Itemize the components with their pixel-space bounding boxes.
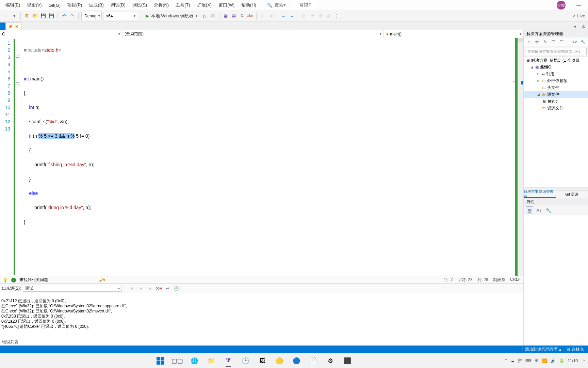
menu-item-tools[interactable]: 工具(T) — [173, 1, 193, 10]
se-project-node[interactable]: ◢▦翁恺C — [524, 64, 588, 71]
vertical-scrollbar[interactable] — [517, 38, 523, 276]
taskbar-start-icon[interactable] — [153, 354, 167, 368]
fold-column[interactable]: − − — [15, 38, 20, 276]
start-debug-button[interactable]: ▶ 本地 Windows 调试器 ▾ — [143, 13, 200, 19]
tray-battery-icon[interactable]: 🔋 — [559, 358, 564, 363]
status-tabs[interactable]: 制表符 — [493, 277, 505, 283]
taskbar-edge-icon[interactable]: 🌐 — [187, 354, 201, 368]
menu-item-view[interactable]: 视图(V) — [24, 1, 44, 10]
se-source-node[interactable]: ◢🗁源文件 — [524, 91, 588, 98]
bmk-clear-icon[interactable]: ⯑ — [325, 13, 332, 19]
tray-keyboard-icon[interactable]: ⌨ — [525, 358, 531, 363]
se-pen-icon[interactable]: ✎ — [542, 39, 548, 45]
configuration-combo[interactable]: Debug — [81, 12, 102, 20]
lightbulb-icon[interactable]: 💡 — [3, 278, 8, 282]
open-icon[interactable]: 📂 — [32, 13, 38, 19]
menu-item-project[interactable]: 项目(P) — [65, 1, 85, 10]
tray-date[interactable]: 11/10 — [568, 358, 578, 363]
output-find-icon[interactable]: ≡ — [129, 285, 135, 292]
menu-item-test[interactable]: 测试(S) — [130, 1, 150, 10]
menu-item-ext[interactable]: 扩展(X) — [194, 1, 214, 10]
redo-icon[interactable]: ↷ — [69, 13, 76, 19]
nav-member-combo[interactable]: ◈main() — [384, 30, 523, 38]
uncomment-icon[interactable]: ≡ — [288, 13, 295, 19]
indent-icon[interactable]: ⇥ — [267, 13, 274, 19]
output-source-combo[interactable]: 调试 — [23, 285, 121, 292]
brush-icon[interactable]: 🖌▾ — [99, 278, 105, 282]
grid-icon[interactable]: ▦ — [222, 13, 229, 19]
back-icon[interactable]: ◦ — [3, 13, 10, 19]
nav-scope-combo[interactable]: (全局范围) — [122, 30, 384, 38]
tray-ime-icon[interactable]: 拼 — [518, 358, 522, 364]
se-header-node[interactable]: 🗀头文件 — [524, 84, 588, 91]
se-tab-explorer[interactable]: 解决方案资源管理器 — [524, 191, 556, 198]
document-tab[interactable]: 📌 ✕ — [5, 22, 21, 30]
taskbar-clock-icon[interactable]: 🕒 — [239, 354, 252, 368]
apple-icon[interactable]: ⌘ — [210, 13, 216, 19]
undo-icon[interactable]: ↶ — [61, 13, 67, 19]
taskbar-settings-icon[interactable]: ⚙ — [324, 354, 337, 368]
tray-wifi-icon[interactable]: 📶 — [542, 358, 547, 363]
se-wrench-icon[interactable]: 🔧 — [580, 39, 586, 45]
fold-toggle-icon[interactable]: − — [16, 54, 19, 58]
status-crlf[interactable]: CRLF — [510, 277, 521, 283]
props-alpha-icon[interactable]: A↓ — [535, 206, 543, 214]
se-code-icon[interactable]: <> — [572, 39, 578, 45]
step-icon[interactable]: ↧ — [239, 13, 245, 19]
list-icon[interactable]: ▤ — [230, 13, 237, 19]
se-ext-node[interactable]: ▷🗀外部依赖项 — [524, 77, 588, 84]
scm-button[interactable]: ↑添加到源代码管理▴ — [522, 347, 561, 352]
output-prev-icon[interactable]: ≡ — [137, 285, 144, 292]
taskbar-chrome-icon[interactable]: 🟡 — [273, 354, 286, 368]
tray-volume-icon[interactable]: 🔊 — [551, 358, 556, 363]
search-box[interactable]: 🔍 搜索▾ — [267, 2, 286, 8]
se-home-icon[interactable]: ⌂ — [526, 39, 532, 45]
save-all-icon[interactable]: 💾 — [48, 13, 55, 19]
error-list-tab[interactable]: 错误列表 — [0, 339, 523, 346]
se-solution-node[interactable]: ▣解决方案 '翁恺C' (1 个项目 — [524, 57, 588, 64]
tabstrip-overflow-icon[interactable]: ▾ — [572, 23, 578, 30]
menu-item-window[interactable]: 窗口(W) — [216, 1, 237, 10]
tray-onedrive-icon[interactable]: ☁ — [510, 358, 514, 363]
bmk-next-icon[interactable]: ⯑ — [317, 13, 324, 19]
menu-item-git[interactable]: Git(G) — [46, 1, 63, 9]
menu-item-debug[interactable]: 调试(D) — [108, 1, 128, 10]
tray-down[interactable]: 下 — [581, 358, 585, 364]
taskbar-terminal-icon[interactable]: ⬛ — [341, 354, 354, 368]
props-wrench-icon[interactable]: 🔧 — [545, 206, 552, 214]
taskbar-edge2-icon[interactable]: 🔵 — [290, 354, 303, 368]
output-time-icon[interactable]: 🕘 — [173, 285, 180, 292]
comment-icon[interactable]: ≡ — [280, 13, 287, 19]
se-res-node[interactable]: 🗀资源文件 — [524, 105, 588, 111]
start-nodebug-icon[interactable]: ▷ — [201, 13, 208, 19]
fwd-icon[interactable]: ▾ — [11, 13, 18, 19]
more-icon[interactable]: ⋮ — [333, 13, 340, 19]
output-next-icon[interactable]: ≡ — [146, 285, 153, 292]
se-copy2-icon[interactable]: ❐ — [558, 39, 565, 45]
fold-toggle-icon[interactable]: − — [16, 82, 19, 86]
window-minimize-button[interactable]: — — [572, 2, 585, 8]
abc-icon[interactable]: abc — [247, 13, 254, 19]
menu-item-help[interactable]: 帮助(H) — [239, 1, 259, 10]
tray-ime2-icon[interactable]: 英 — [535, 358, 539, 364]
output-wrap-icon[interactable]: ↩ — [164, 285, 171, 292]
menu-item-edit[interactable]: 编辑(E) — [3, 1, 23, 10]
se-refs-node[interactable]: ▷▪▪引用 — [524, 71, 588, 77]
taskbar-photos-icon[interactable]: 🖼 — [256, 354, 269, 368]
se-search-box[interactable]: 搜索解决方案资源管理器(Ctrl+;) — [525, 48, 587, 55]
tabstrip-settings-icon[interactable]: ✲ — [580, 23, 587, 30]
props-categorized-icon[interactable]: ▤ — [526, 206, 533, 214]
se-tree[interactable]: ▣解决方案 '翁恺C' (1 个项目 ◢▦翁恺C ▷▪▪引用 ▷🗀外部依赖项 🗀… — [524, 57, 588, 188]
bookmark-icon[interactable]: ⯐ — [301, 13, 308, 19]
platform-combo[interactable]: x64 — [103, 12, 137, 20]
document-tab-title[interactable]: 翁恺C — [294, 0, 317, 10]
split-grip[interactable] — [517, 38, 523, 42]
taskbar-word-icon[interactable]: 📄 — [307, 354, 320, 368]
menu-item-analyze[interactable]: 分析(N) — [151, 1, 172, 10]
taskbar-visualstudio-icon[interactable]: ⧩ — [222, 354, 235, 368]
code-area[interactable]: #include<stdio.h> int main() { int n; sc… — [20, 38, 517, 276]
taskbar-explorer-icon[interactable]: 📁 — [205, 354, 218, 368]
new-file-icon[interactable]: 🗎 — [23, 13, 30, 19]
menu-item-build[interactable]: 生成(B) — [86, 1, 106, 10]
save-icon[interactable]: 💾 — [40, 13, 47, 19]
